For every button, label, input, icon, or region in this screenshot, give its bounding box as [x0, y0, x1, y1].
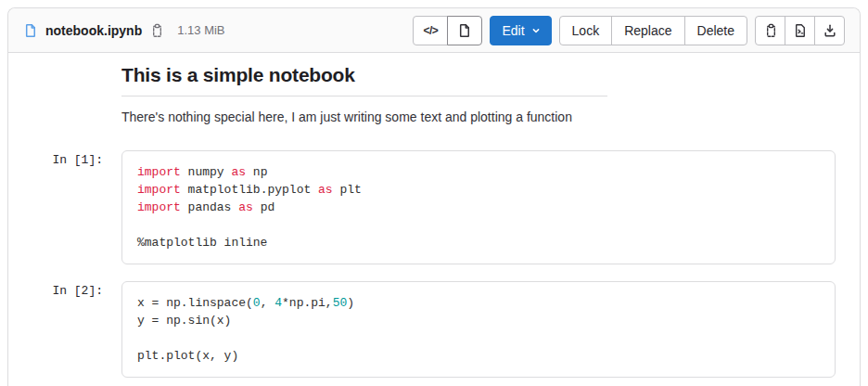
open-raw-icon [793, 23, 808, 38]
code-token: x = np.linspace( [137, 296, 253, 310]
code-line [137, 329, 820, 347]
code-token: %matplotlib inline [137, 236, 267, 250]
code-token: as [318, 183, 333, 197]
code-line: import numpy as np [137, 163, 820, 181]
file-action-group: Lock Replace Delete [559, 16, 747, 45]
code-line: %matplotlib inline [137, 234, 820, 251]
file-actions: </> Edit [413, 16, 845, 45]
source-code-icon: </> [424, 24, 439, 37]
code-token: plt [333, 183, 362, 197]
code-token: y = np.sin(x) [137, 314, 231, 328]
code-cells: In [1]:import numpy as npimport matplotl… [8, 150, 860, 378]
rendered-file-icon [457, 23, 472, 38]
edit-button-label: Edit [502, 23, 524, 38]
cell-prompt: In [2]: [8, 281, 121, 298]
file-info: notebook.ipynb 1.13 MiB [23, 23, 225, 38]
code-token: 50 [333, 296, 348, 310]
code-line: import matplotlib.pyplot as plt [137, 181, 820, 199]
file-name: notebook.ipynb [45, 23, 142, 38]
code-line: x = np.linspace(0, 4*np.pi,50) [137, 294, 820, 312]
notebook-content: This is a simple notebook There's nothin… [8, 53, 860, 386]
code-token: , [261, 296, 275, 310]
code-cell-row: In [1]:import numpy as npimport matplotl… [8, 150, 860, 264]
code-cell: x = np.linspace(0, 4*np.pi,50)y = np.sin… [121, 281, 836, 378]
file-viewer: notebook.ipynb 1.13 MiB </> [7, 7, 861, 386]
code-token: ) [347, 296, 354, 310]
viewer-toggle-group: </> [413, 16, 482, 45]
download-button[interactable] [814, 16, 845, 45]
download-icon [823, 23, 837, 38]
code-token: plt.plot(x, y) [137, 349, 238, 363]
open-raw-button[interactable] [785, 16, 815, 45]
utility-icon-group [755, 16, 845, 45]
code-token: import [137, 165, 181, 179]
code-token: pandas [181, 200, 238, 214]
code-line: y = np.sin(x) [137, 312, 820, 329]
code-cell: import numpy as npimport matplotlib.pypl… [121, 150, 836, 264]
code-token: import [137, 200, 181, 214]
display-rendered-button[interactable] [447, 16, 482, 45]
delete-button[interactable]: Delete [684, 16, 747, 45]
notebook-paragraph: There's nothing special here, I am just … [121, 108, 607, 126]
code-cell-row: In [2]:x = np.linspace(0, 4*np.pi,50)y =… [8, 281, 860, 378]
code-token: numpy [181, 165, 232, 179]
edit-dropdown-button[interactable]: Edit [490, 16, 551, 45]
file-document-icon [23, 23, 38, 38]
cell-prompt: In [1]: [8, 150, 121, 167]
replace-button[interactable]: Replace [611, 16, 684, 45]
copy-to-clipboard-icon[interactable] [149, 23, 164, 38]
code-token: np [246, 165, 267, 179]
code-token: pd [253, 200, 274, 214]
markdown-cell: This is a simple notebook There's nothin… [121, 64, 607, 126]
code-token: as [231, 165, 246, 179]
copy-file-contents-button[interactable] [755, 16, 785, 45]
file-header: notebook.ipynb 1.13 MiB </> [8, 8, 860, 53]
code-token: 0 [253, 296, 261, 310]
code-line [137, 216, 820, 234]
code-token: as [238, 200, 253, 214]
code-token: *np.pi, [282, 296, 333, 310]
lock-button[interactable]: Lock [559, 16, 613, 45]
chevron-down-icon [530, 25, 542, 36]
code-line: import pandas as pd [137, 199, 820, 216]
copy-file-contents-icon [763, 23, 778, 38]
code-token: import [137, 183, 181, 197]
code-token: matplotlib.pyplot [181, 183, 318, 197]
display-source-button[interactable]: </> [413, 16, 448, 45]
code-token: 4 [274, 296, 282, 310]
code-line: plt.plot(x, y) [137, 347, 820, 365]
notebook-title: This is a simple notebook [121, 64, 607, 96]
file-size: 1.13 MiB [177, 23, 224, 37]
